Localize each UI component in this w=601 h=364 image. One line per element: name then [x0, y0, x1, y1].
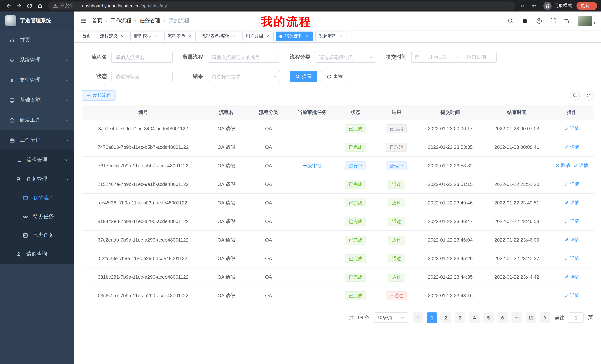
close-icon[interactable]: × [231, 34, 237, 39]
user-menu[interactable]: ▾ [578, 16, 595, 26]
browser-reload-button[interactable] [25, 1, 34, 10]
category-select[interactable] [315, 52, 376, 63]
tab-my-process[interactable]: 我的流程× [276, 31, 313, 41]
sidebar-toggle-button[interactable] [80, 18, 87, 24]
reset-button[interactable]: 重置 [321, 71, 348, 82]
url-path: /bpm/task/my [140, 3, 167, 8]
page-button[interactable]: 5 [483, 312, 494, 323]
tab-process-form[interactable]: 流程表单× [164, 31, 196, 41]
avatar[interactable] [578, 16, 592, 26]
sidebar-item-system[interactable]: ⚙ 系统管理 [0, 50, 74, 70]
detail-link[interactable]: 详情 [574, 163, 588, 169]
cancel-link[interactable]: 取消 [555, 163, 570, 169]
table-row[interactable]: ec45f38f-7b9a-11ec-b03b-acde48001122 OA … [82, 194, 594, 212]
sidebar-item-leave-query[interactable]: 请假查询 [0, 245, 74, 264]
close-icon[interactable]: × [338, 34, 344, 39]
browser-forward-button[interactable] [14, 1, 24, 10]
tab-user-group[interactable]: 用户分组× [242, 31, 274, 41]
table-row[interactable]: 7470a810-7b9b-11ec-b5b7-acde48001122 OA … [82, 138, 594, 157]
process-table: 编号 流程名 流程分类 当前审批任务 状态 结果 提交时间 结束时间 操作 3a… [82, 105, 594, 305]
breadcrumb-item[interactable]: 首页 [92, 18, 102, 24]
result-select[interactable] [208, 71, 280, 82]
close-icon[interactable]: × [120, 34, 125, 39]
goto-page-input[interactable] [569, 312, 583, 323]
show-search-button[interactable] [570, 90, 580, 100]
detail-link[interactable]: 详情 [565, 125, 579, 132]
table-row[interactable]: 7317cec6-7b9b-11ec-b5b7-acde48001122 OA … [82, 157, 594, 175]
detail-link[interactable]: 详情 [565, 255, 579, 262]
process-name-input[interactable] [111, 52, 173, 63]
close-icon[interactable]: × [187, 34, 192, 39]
page-size-select[interactable]: 10条/页 [374, 312, 408, 323]
page-button[interactable]: 1 [427, 312, 437, 323]
sidebar-item-process-management[interactable]: 流程管理 [0, 150, 74, 170]
detail-link[interactable]: 详情 [565, 274, 579, 280]
sidebar-item-payment[interactable]: ¥ 支付管理 [0, 70, 74, 90]
page-button[interactable]: 6 [497, 312, 508, 323]
tab-process-form-edit[interactable]: 流程表单-编辑× [198, 31, 240, 41]
kebab-menu-icon[interactable]: ⋮ [591, 3, 595, 8]
tab-home[interactable]: 首页 [79, 31, 94, 41]
tab-process-model[interactable]: 流程模型× [130, 31, 162, 41]
navbar-actions: ▾ [507, 16, 595, 26]
search-icon[interactable] [507, 18, 514, 24]
page-button[interactable]: 3 [455, 312, 465, 323]
table-row[interactable]: 331bc281-7b9a-11ec-a290-acde48001122 OA … [82, 268, 594, 287]
page-button-last[interactable]: 11 [526, 312, 536, 323]
cell-result: 通过 [376, 180, 417, 189]
refresh-button[interactable] [583, 90, 594, 100]
sidebar-item-todo-tasks[interactable]: 待办任务 [0, 207, 74, 226]
browser-home-button[interactable] [35, 1, 45, 10]
sidebar-item-home[interactable]: 首页 [0, 30, 74, 50]
browser-update-button[interactable]: 更新 ⋮ [576, 2, 597, 10]
date-range-picker[interactable]: 开始日期 - 结束日期 [411, 52, 497, 63]
cell-category: OA [248, 200, 289, 206]
more-pages-button[interactable] [511, 312, 522, 323]
detail-link[interactable]: 详情 [565, 181, 579, 187]
current-task-link[interactable]: 一级审批 [302, 163, 322, 168]
detail-link[interactable]: 详情 [565, 144, 579, 150]
table-row[interactable]: 819442e8-7b9a-11ec-a290-acde48001122 OA … [82, 212, 594, 231]
sidebar-item-done-tasks[interactable]: 已办任务 [0, 226, 74, 245]
breadcrumb-item[interactable]: 工作流程 [111, 18, 131, 24]
detail-link[interactable]: 详情 [565, 200, 579, 206]
fullscreen-icon[interactable] [550, 18, 556, 24]
table-row[interactable]: 52ffd28e-7b9a-11ec-a290-acde48001122 OA … [82, 249, 594, 268]
start-process-button[interactable]: 发起流程 [82, 90, 116, 101]
page-button[interactable]: 2 [441, 312, 451, 323]
close-icon[interactable]: × [265, 34, 270, 39]
next-page-button[interactable] [540, 312, 550, 323]
breadcrumb-item[interactable]: 任务管理 [140, 18, 160, 24]
table-row[interactable]: 3ad174fb-7b9d-11ec-8404-acde48001122 OA … [82, 119, 594, 138]
close-icon[interactable]: × [153, 34, 159, 39]
detail-link[interactable]: 详情 [565, 292, 579, 299]
goto-label: 前往 [555, 314, 564, 321]
address-bar[interactable]: 不安全 dashboard.yudao.iocoder.cn/bpm/task/… [48, 1, 515, 10]
process-definition-input[interactable] [208, 52, 280, 63]
password-key-icon[interactable] [519, 1, 529, 10]
font-size-icon[interactable] [564, 18, 570, 24]
sidebar-item-my-process[interactable]: 我的流程 [0, 189, 74, 207]
table-row[interactable]: 03c6c157-7b9a-11ec-a290-acde48001122 OA … [82, 287, 594, 305]
prev-page-button[interactable] [413, 312, 423, 323]
sidebar-item-workflow[interactable]: 工作流程 [0, 130, 74, 150]
sidebar-item-devtools[interactable]: 研发工具 [0, 110, 74, 130]
bookmark-star-icon[interactable]: ☆ [529, 1, 539, 10]
cell-id: 2152467e-7b9b-11ec-9a1b-acde48001122 [82, 182, 204, 187]
table-row[interactable]: 67c2eaab-7b9a-11ec-a290-acde48001122 OA … [82, 231, 594, 249]
page-button[interactable]: 4 [469, 312, 480, 323]
detail-link[interactable]: 详情 [565, 237, 579, 243]
help-icon[interactable] [536, 18, 542, 24]
detail-link[interactable]: 详情 [565, 218, 579, 224]
search-button[interactable]: 搜索 [290, 71, 317, 82]
tab-start-process[interactable]: 发起流程× [315, 31, 347, 41]
status-select[interactable] [111, 71, 173, 82]
close-icon[interactable]: × [305, 34, 310, 39]
cell-category: OA [248, 237, 289, 243]
github-icon[interactable] [521, 18, 528, 24]
sidebar-item-infrastructure[interactable]: 基础设施 [0, 90, 74, 110]
browser-back-button[interactable] [4, 1, 13, 10]
tab-process-definition[interactable]: 流程定义× [97, 31, 128, 41]
sidebar-item-task-management[interactable]: 任务管理 [0, 170, 74, 189]
table-row[interactable]: 2152467e-7b9b-11ec-9a1b-acde48001122 OA … [82, 175, 594, 194]
